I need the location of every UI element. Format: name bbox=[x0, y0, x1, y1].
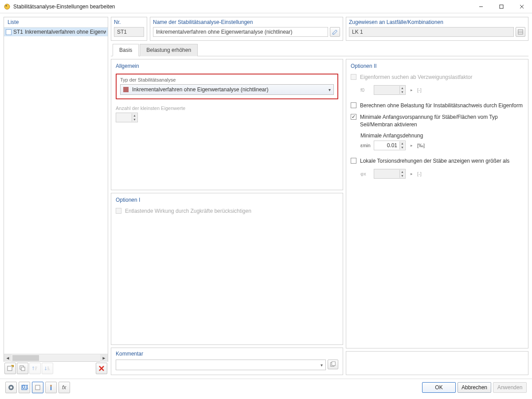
copy-button[interactable] bbox=[17, 363, 28, 374]
chevron-down-icon: ▾ bbox=[329, 87, 331, 92]
type-dropdown[interactable]: Inkrementalverfahren ohne Eigenwertanaly… bbox=[120, 84, 334, 95]
type-label: Typ der Stabilitätsanalyse bbox=[120, 77, 334, 82]
f0-unit: [-] bbox=[417, 87, 422, 93]
tab-basis[interactable]: Basis bbox=[113, 44, 139, 56]
apply-button: Anwenden bbox=[493, 382, 527, 393]
emin-spinner[interactable]: 0.01 ▲▼ bbox=[374, 141, 406, 150]
options2-title: Optionen II bbox=[351, 63, 524, 69]
horizontal-scrollbar[interactable]: ◄► bbox=[4, 354, 108, 361]
svg-rect-14 bbox=[332, 362, 335, 366]
sort-desc-button bbox=[42, 363, 53, 374]
comment-section: Kommentar ▾ bbox=[111, 348, 343, 375]
phix-label: φx bbox=[360, 171, 371, 176]
delete-button[interactable] bbox=[96, 363, 107, 374]
empty-panel bbox=[346, 351, 528, 375]
app-icon bbox=[4, 3, 11, 10]
type-highlight: Typ der Stabilitätsanalyse Inkrementalve… bbox=[116, 74, 338, 99]
stepper-next-icon[interactable]: ▸ bbox=[408, 142, 415, 149]
svg-point-1 bbox=[6, 5, 7, 6]
allgemein-section: Allgemein Typ der Stabilitätsanalyse Ink… bbox=[111, 59, 343, 190]
svg-text:★: ★ bbox=[12, 365, 14, 369]
svg-point-0 bbox=[4, 4, 10, 9]
assigned-label: Zugewiesen an Lastfälle/Kombinationen bbox=[349, 19, 525, 25]
ok-button[interactable]: OK bbox=[422, 382, 456, 393]
new-button[interactable]: ★ bbox=[4, 363, 16, 374]
list-panel: Liste ST1 Inkrementalverfahren ohne Eige… bbox=[4, 17, 108, 362]
svg-text:0,00: 0,00 bbox=[22, 384, 28, 390]
svg-point-16 bbox=[10, 386, 12, 388]
cancel-button[interactable]: Abbrechen bbox=[458, 382, 491, 393]
phix-unit: [-] bbox=[417, 171, 422, 176]
optB-checkbox[interactable] bbox=[351, 102, 356, 108]
type-color-swatch bbox=[123, 87, 129, 92]
pick-assigned-button[interactable] bbox=[516, 27, 525, 37]
tab-belastung[interactable]: Belastung erhöhen bbox=[140, 44, 198, 56]
maximize-button[interactable] bbox=[491, 0, 512, 13]
eigen-count-label: Anzahl der kleinsten Eigenwerte bbox=[116, 106, 338, 111]
optC-checkbox[interactable] bbox=[351, 114, 356, 120]
options2-section: Optionen II Eigenformen suchen ab Verzwe… bbox=[346, 59, 528, 348]
f0-spinner: ▲▼ bbox=[374, 85, 406, 95]
comment-pick-button[interactable] bbox=[328, 360, 338, 369]
nr-label: Nr. bbox=[114, 19, 144, 25]
function-button[interactable]: fx bbox=[59, 382, 70, 393]
list-toolbar: ★ bbox=[4, 362, 108, 375]
stepper-next-icon: ▸ bbox=[408, 171, 415, 177]
comment-title: Kommentar bbox=[116, 351, 338, 357]
emin-label: εmin bbox=[360, 143, 371, 148]
window-title: Stabilitätsanalyse-Einstellungen bearbei… bbox=[13, 4, 471, 10]
f0-label: f0 bbox=[360, 87, 371, 93]
type-value: Inkrementalverfahren ohne Eigenwertanaly… bbox=[132, 86, 329, 93]
emin-unit: [‰] bbox=[417, 143, 425, 148]
nr-field-group: Nr. bbox=[111, 17, 147, 41]
model-button[interactable] bbox=[45, 382, 57, 393]
opt1-checkbox bbox=[116, 208, 121, 214]
list-item[interactable]: ST1 Inkrementalverfahren ohne Eigenw bbox=[4, 27, 108, 36]
help-button[interactable] bbox=[5, 382, 17, 393]
phix-spinner: ▲▼ bbox=[374, 169, 406, 179]
footer-bar: 0,00 fx OK Abbrechen Anwenden bbox=[0, 379, 532, 395]
list-item-check[interactable] bbox=[6, 29, 12, 35]
sort-asc-button bbox=[29, 363, 41, 374]
name-input[interactable] bbox=[153, 27, 328, 37]
list-item-desc: Inkrementalverfahren ohne Eigenw bbox=[25, 29, 106, 35]
svg-rect-10 bbox=[518, 30, 523, 35]
options1-title: Optionen I bbox=[116, 197, 338, 203]
optC-label: Minimale Anfangsvorspannung für Stäbe/Fl… bbox=[360, 113, 524, 128]
list-title: Liste bbox=[4, 17, 108, 27]
nr-input[interactable] bbox=[114, 27, 144, 37]
allgemein-title: Allgemein bbox=[116, 63, 338, 69]
svg-text:fx: fx bbox=[62, 384, 66, 391]
svg-rect-19 bbox=[35, 385, 40, 390]
optA-checkbox bbox=[351, 74, 356, 80]
optD-checkbox[interactable] bbox=[351, 158, 356, 164]
eigen-count-spinner: ▲▼ bbox=[116, 113, 138, 122]
comment-input[interactable]: ▾ bbox=[116, 360, 326, 370]
optB-label: Berechnen ohne Belastung für Instabilitä… bbox=[360, 102, 523, 109]
emin-value: 0.01 bbox=[374, 142, 399, 149]
name-field-group: Name der Stabilitätsanalyse-Einstellunge… bbox=[150, 17, 343, 41]
chevron-down-icon: ▾ bbox=[321, 363, 323, 368]
title-bar: Stabilitätsanalyse-Einstellungen bearbei… bbox=[0, 0, 532, 13]
svg-rect-9 bbox=[21, 367, 25, 371]
close-button[interactable] bbox=[512, 0, 532, 13]
units-button[interactable]: 0,00 bbox=[19, 382, 30, 393]
list-item-code: ST1 bbox=[13, 29, 23, 35]
optA-label: Eigenformen suchen ab Verzweigungslastfa… bbox=[360, 74, 472, 81]
view-button[interactable] bbox=[32, 382, 43, 393]
edit-name-button[interactable] bbox=[330, 27, 340, 37]
tab-bar: Basis Belastung erhöhen bbox=[111, 43, 528, 56]
options1-section: Optionen I Entlastende Wirkung durch Zug… bbox=[111, 193, 343, 345]
stepper-next-icon: ▸ bbox=[408, 87, 415, 93]
optC-sublabel: Minimale Anfangsdehnung bbox=[360, 133, 524, 139]
svg-point-21 bbox=[50, 385, 52, 387]
assigned-field-group: Zugewiesen an Lastfälle/Kombinationen bbox=[346, 17, 528, 41]
optD-label: Lokale Torsionsdrehungen der Stäbe anzei… bbox=[360, 157, 509, 164]
assigned-input[interactable] bbox=[349, 27, 514, 37]
name-label: Name der Stabilitätsanalyse-Einstellunge… bbox=[153, 19, 340, 25]
opt1-label: Entlastende Wirkung durch Zugkräfte berü… bbox=[125, 207, 251, 215]
svg-rect-3 bbox=[500, 5, 503, 8]
minimize-button[interactable] bbox=[471, 0, 491, 13]
